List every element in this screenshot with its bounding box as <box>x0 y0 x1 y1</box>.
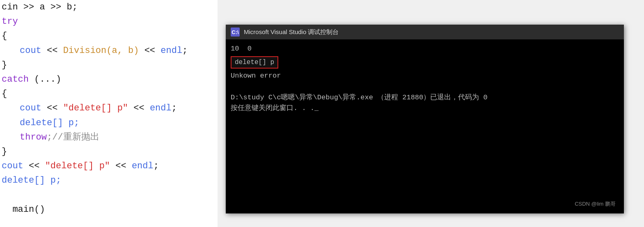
code-close-brace1: } <box>2 58 218 72</box>
terminal-output-line1: 10 0 <box>231 44 619 54</box>
code-catch-line: catch (...) <box>2 72 218 87</box>
code-main-cut: main() <box>2 202 218 217</box>
code-open-brace1: { <box>2 29 218 43</box>
code-blank <box>2 188 218 202</box>
code-delete1: delete[] p; <box>2 116 218 130</box>
terminal-icon: C:\ <box>231 28 240 37</box>
terminal-highlighted-line: delete[] p <box>231 56 278 69</box>
code-cout-delete2: cout << "delete[] p" << endl ; <box>2 159 218 173</box>
catch-keyword: catch <box>2 72 29 87</box>
terminal-titlebar: C:\ Microsoft Visual Studio 调试控制台 <box>226 25 624 39</box>
terminal-body: 10 0 delete[] p Unkown error D:\study C\… <box>226 39 624 213</box>
try-keyword: try <box>2 14 18 29</box>
code-open-brace2: { <box>2 87 218 101</box>
terminal-output-line3 <box>231 82 619 92</box>
code-delete2: delete[] p; <box>2 173 218 188</box>
code-cout-delete1: cout << "delete[] p" << endl ; <box>2 101 218 115</box>
terminal-output-line4: D:\study C\c嗯嗯\异常\Debug\异常.exe （进程 21880… <box>231 92 619 103</box>
terminal-highlighted-container: delete[] p <box>231 55 619 69</box>
code-close-brace2: } <box>2 144 218 159</box>
terminal-window: C:\ Microsoft Visual Studio 调试控制台 10 0 d… <box>226 25 624 213</box>
terminal-output-line5: 按任意键关闭此窗口. . ._ <box>231 103 619 114</box>
terminal-output-line2: Unkown error <box>231 71 619 81</box>
code-throw-line: throw ;//重新抛出 <box>2 130 218 144</box>
code-try-line: try <box>2 14 218 29</box>
code-panel: cin >> a >> b; try { cout << Division(a,… <box>0 0 218 227</box>
code-top-cut: cin >> a >> b; <box>2 0 218 14</box>
terminal-title: Microsoft Visual Studio 调试控制台 <box>244 28 339 36</box>
terminal-footer: CSDN @lim 鹏哥 <box>575 200 616 208</box>
terminal-wrapper: C:\ Microsoft Visual Studio 调试控制台 10 0 d… <box>218 0 644 227</box>
code-cout-division: cout << Division(a, b) << endl ; <box>2 44 218 58</box>
